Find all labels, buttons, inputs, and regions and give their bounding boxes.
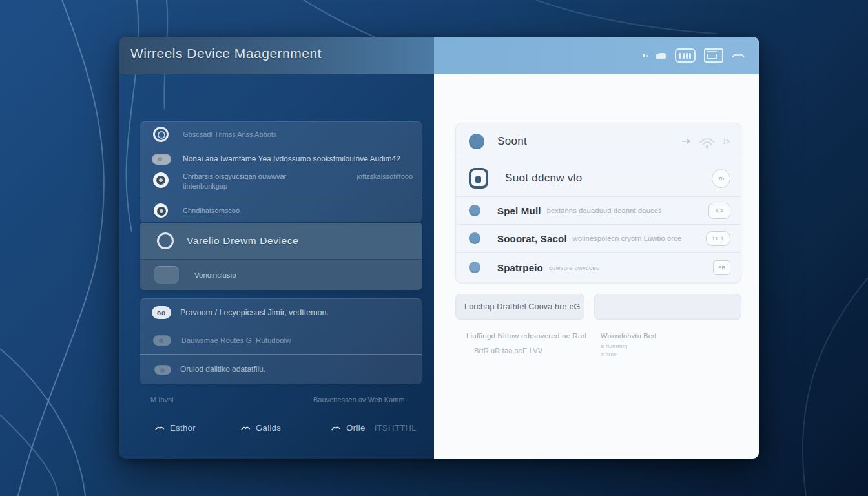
toggle-label: Vonoinclusio — [194, 271, 236, 279]
info-line: a cuw — [601, 351, 656, 358]
button-sublabel: ITSHTTHL — [375, 423, 417, 433]
list-item[interactable]: Gbscsadl Thmss Anss Abbots — [140, 121, 422, 147]
radio-icon — [153, 172, 169, 188]
left-button-bar: Esthor Galids Orlle ITSHTTHL — [155, 423, 413, 433]
refresh-badge[interactable]: 7b — [712, 169, 730, 188]
squircle-icon[interactable] — [708, 203, 730, 219]
action-card-secondary[interactable] — [594, 294, 741, 320]
device-title: Spatrpeio — [497, 262, 543, 273]
title-bar: Wirreels Device Maagernment — [119, 37, 434, 74]
blue-dot-icon — [469, 205, 480, 216]
list-item[interactable]: Bauwsmae Routes G. Rutudoolw — [140, 327, 422, 354]
esthor-button[interactable]: Esthor — [155, 423, 196, 433]
list-item-label: Nonai ana Iwamfame Yea Ivdossumo sooksfm… — [183, 154, 400, 163]
list-item-label: Gbscsadl Thmss Anss Abbots — [183, 130, 276, 138]
device-row[interactable]: Spel Mull bextanns dauaduud deannt dauce… — [456, 197, 741, 225]
list-item-label: Orulod dalitiko odatatfilu. — [180, 365, 265, 374]
button-label: Galids — [256, 423, 281, 433]
device-row[interactable]: Soont — [456, 123, 741, 160]
gray-pill-icon — [152, 154, 171, 165]
window-icon[interactable] — [704, 48, 723, 63]
device-toggle-row[interactable]: Vonoinclusio — [140, 260, 422, 290]
device-row[interactable]: Spatrpeio cuwvore owvcoeu EB — [456, 253, 741, 282]
list-item-label: Chndihatsomscoo — [183, 207, 240, 214]
blue-dot-icon — [469, 232, 480, 244]
arrow-icon — [681, 138, 692, 145]
list-item-label: Pravoom / Lecyepicsusl Jimir, vedttemon. — [180, 308, 329, 317]
info-line: Liuffingd Nittow edrsovered ne Rad — [466, 332, 586, 340]
power-ring-icon — [153, 127, 169, 142]
gray-pill-icon — [153, 335, 171, 346]
dots-icon[interactable] — [642, 54, 649, 57]
list-item-sublabel: tintenbunkgap — [183, 182, 286, 190]
list-item[interactable]: Orulod dalitiko odatatfilu. — [140, 355, 422, 384]
right-panel: Soont Suot ddcnw vlo 7b — [434, 37, 759, 459]
list-item[interactable]: oo Pravoom / Lecyepicsusl Jimir, vedttem… — [140, 298, 422, 327]
device-subtitle: bextanns dauaduud deannt dauces — [547, 207, 662, 214]
galids-button[interactable]: Galids — [241, 423, 281, 433]
list-item-label: Chrbarsis olsgyucsigan ouwwvar — [183, 172, 286, 180]
wifi-icon[interactable] — [696, 134, 718, 149]
button-label: Orlle — [346, 423, 365, 433]
info-line: Woxndohvtu Bed — [601, 332, 656, 340]
list-item[interactable]: Chrbarsis olsgyucsigan ouwwvar tintenbun… — [140, 170, 422, 198]
oo-badge: oo — [152, 306, 171, 319]
window-title: Wirreels Device Maagernment — [130, 46, 322, 61]
bird-icon — [155, 425, 165, 431]
marks-icon — [723, 138, 730, 145]
radio-icon — [154, 203, 168, 218]
device-title: Suot ddcnw vlo — [505, 172, 583, 185]
selected-device-group: Varelio Drewm Deviece Vonoinclusio — [140, 223, 422, 290]
device-list: Soont Suot ddcnw vlo 7b — [455, 123, 741, 283]
footer-left-label: M Ibvnl — [150, 396, 173, 404]
blue-dot-icon — [469, 134, 484, 149]
device-subtitle: cuwvore owvcoeu — [549, 264, 600, 271]
list-item-label: Bauwsmae Routes G. Rutudoolw — [181, 336, 291, 344]
a-square-icon — [469, 168, 488, 189]
profile-options-group: oo Pravoom / Lecyepicsusl Jimir, vedttem… — [140, 298, 422, 384]
signal-icon[interactable] — [732, 52, 745, 59]
network-options-group: Gbscsadl Thmss Anss Abbots Nonai ana Iwa… — [140, 121, 422, 222]
toggle-icon[interactable] — [154, 266, 179, 284]
footer-right-label: Bauvettessen av Web Kamm — [313, 396, 405, 404]
button-label: Esthor — [170, 423, 196, 433]
bird-icon — [331, 425, 341, 431]
battery-badge[interactable]: 11 1 — [706, 231, 730, 246]
eb-badge[interactable]: EB — [713, 260, 730, 275]
info-line: a nummm — [601, 343, 656, 349]
device-subtitle: wolinespolecn cryorn Luwtio orce — [573, 234, 681, 242]
tray-icons — [642, 48, 745, 63]
info-block-left: Liuffingd Nittow edrsovered ne Rad BrtR.… — [466, 332, 586, 355]
action-card-label: Lorchap Drathtel Coova hre eG — [464, 302, 581, 311]
search-circle-icon — [157, 232, 174, 249]
action-card-primary[interactable]: Lorchap Drathtel Coova hre eG — [455, 294, 584, 320]
device-row[interactable]: Suot ddcnw vlo 7b — [456, 160, 741, 197]
info-block-right: Woxndohvtu Bed a nummm a cuw — [601, 332, 656, 358]
selected-device-header[interactable]: Varelio Drewm Deviece — [140, 223, 422, 260]
info-line: BrtR.uR taa.seE LVV — [474, 347, 586, 355]
device-title: Sooorat, Sacol — [497, 233, 567, 244]
selected-device-title: Varelio Drewm Deviece — [187, 235, 298, 247]
gray-pill-icon — [154, 365, 171, 375]
device-row[interactable]: Sooorat, Sacol wolinespolecn cryorn Luwt… — [456, 225, 741, 253]
list-item[interactable]: Nonai ana Iwamfame Yea Ivdossumo sooksfm… — [140, 147, 422, 170]
left-panel: Wirreels Device Maagernment Gbscsadl Thm… — [119, 37, 434, 459]
device-title: Spel Mull — [497, 205, 541, 216]
battery-icon[interactable] — [675, 48, 696, 63]
orlle-button[interactable]: Orlle ITSHTTHL — [331, 423, 417, 433]
app-window: Wirreels Device Maagernment Gbscsadl Thm… — [119, 37, 759, 459]
right-header-strip — [434, 37, 759, 74]
device-title: Soont — [497, 135, 527, 148]
list-item-right-label: joftzskalssofiffooo — [356, 172, 413, 180]
list-item[interactable]: Chndihatsomscoo — [140, 198, 422, 222]
blob-icon[interactable] — [657, 53, 666, 59]
blue-dot-icon — [469, 262, 480, 273]
bird-icon — [241, 425, 251, 431]
